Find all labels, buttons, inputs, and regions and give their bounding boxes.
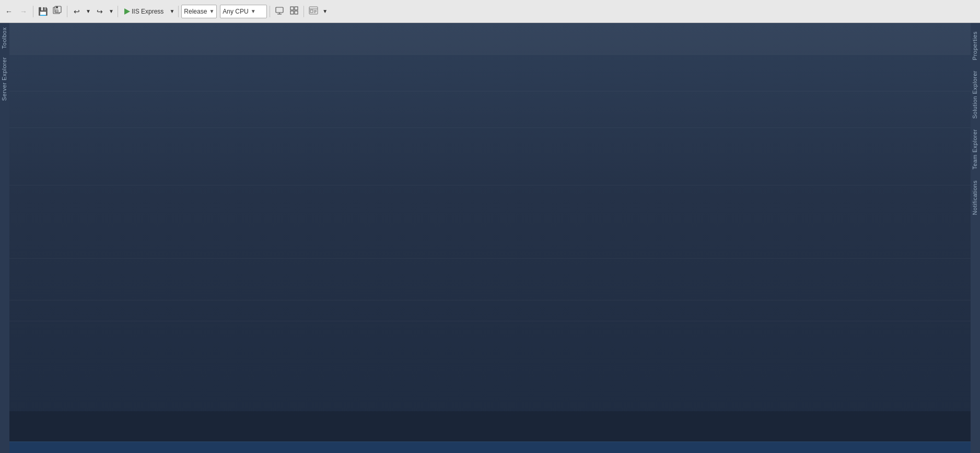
platform-dropdown[interactable]: Any CPU ▼ xyxy=(220,5,267,18)
svg-rect-10 xyxy=(295,11,298,14)
separator-3 xyxy=(118,6,118,17)
svg-rect-4 xyxy=(276,7,283,13)
svg-rect-9 xyxy=(290,11,294,14)
platform-label: Any CPU xyxy=(223,8,248,15)
band-4 xyxy=(9,185,971,185)
debug-dropdown[interactable]: ▼ xyxy=(321,5,329,18)
play-icon xyxy=(124,8,130,15)
debug-icon xyxy=(309,6,318,17)
band-2 xyxy=(9,91,971,91)
save-button[interactable]: 💾 xyxy=(36,5,50,18)
grid-icon xyxy=(289,6,299,17)
toolbar: ← → 💾 ↩ ▼ ↪ ▼ IIS Express xyxy=(0,0,980,23)
undo-dropdown-arrow: ▼ xyxy=(86,8,91,14)
run-label: IIS Express xyxy=(132,8,164,15)
separator-6 xyxy=(304,6,304,17)
sidebar-item-properties[interactable]: Properties xyxy=(971,27,980,64)
svg-rect-13 xyxy=(310,10,313,13)
separator-4 xyxy=(178,6,179,17)
svg-rect-8 xyxy=(295,7,298,10)
debug-dropdown-arrow: ▼ xyxy=(322,8,328,14)
configuration-label: Release xyxy=(184,8,207,15)
back-button[interactable]: ← xyxy=(2,5,16,18)
run-dropdown-arrow: ▼ xyxy=(169,8,174,14)
svg-rect-2 xyxy=(56,6,58,8)
sidebar-item-notifications[interactable]: Notifications xyxy=(971,176,980,219)
configuration-dropdown[interactable]: Release ▼ xyxy=(181,5,217,18)
save-all-button[interactable] xyxy=(51,5,64,18)
status-bar xyxy=(9,442,971,453)
debug-button[interactable] xyxy=(307,5,320,18)
undo-icon: ↩ xyxy=(74,7,80,16)
right-sidebar: Properties Solution Explorer Team Explor… xyxy=(971,23,980,453)
undo-dropdown[interactable]: ▼ xyxy=(85,5,92,18)
forward-icon: → xyxy=(20,7,27,16)
redo-dropdown[interactable]: ▼ xyxy=(108,5,115,18)
redo-button[interactable]: ↪ xyxy=(93,5,107,18)
forward-button[interactable]: → xyxy=(17,5,30,18)
sidebar-item-server-explorer[interactable]: Server Explorer xyxy=(0,53,9,105)
run-dropdown[interactable]: ▼ xyxy=(168,5,176,18)
grid-button[interactable] xyxy=(287,5,301,18)
left-sidebar: Toolbox Server Explorer xyxy=(0,23,9,453)
device-manager-icon xyxy=(275,6,284,17)
save-icon: 💾 xyxy=(38,7,48,16)
device-manager-button[interactable] xyxy=(273,5,286,18)
band-7 xyxy=(9,321,971,321)
platform-arrow: ▼ xyxy=(251,8,256,14)
redo-dropdown-arrow: ▼ xyxy=(109,8,114,14)
separator-1 xyxy=(33,6,33,17)
configuration-arrow: ▼ xyxy=(209,8,214,14)
main-area xyxy=(9,23,971,453)
sidebar-item-team-explorer[interactable]: Team Explorer xyxy=(971,125,980,173)
band-6 xyxy=(9,300,971,300)
back-icon: ← xyxy=(5,7,13,16)
save-all-icon xyxy=(53,6,62,17)
band-3 xyxy=(9,127,971,128)
separator-5 xyxy=(270,6,270,17)
band-1 xyxy=(9,54,971,55)
sidebar-item-toolbox[interactable]: Toolbox xyxy=(0,23,9,53)
redo-icon: ↪ xyxy=(97,7,103,16)
band-5 xyxy=(9,258,971,259)
sidebar-item-solution-explorer[interactable]: Solution Explorer xyxy=(971,66,980,123)
undo-button[interactable]: ↩ xyxy=(70,5,84,18)
separator-2 xyxy=(67,6,67,17)
run-button[interactable]: IIS Express xyxy=(121,5,167,18)
svg-rect-7 xyxy=(290,7,294,10)
